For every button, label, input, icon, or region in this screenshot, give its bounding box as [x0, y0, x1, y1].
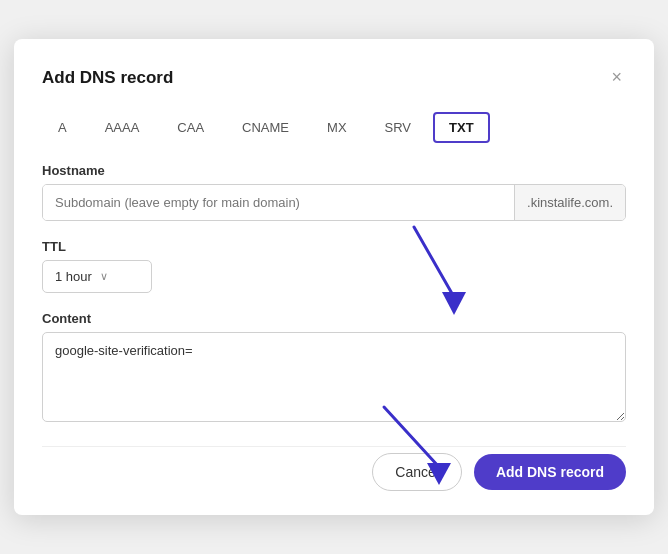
- tab-cname[interactable]: CNAME: [226, 112, 305, 143]
- ttl-section: TTL 1 hour ∨: [42, 239, 626, 293]
- hostname-input[interactable]: [43, 185, 514, 220]
- tab-caa[interactable]: CAA: [161, 112, 220, 143]
- cancel-button[interactable]: Cancel: [372, 453, 462, 491]
- content-section: Content google-site-verification=: [42, 311, 626, 426]
- tab-a[interactable]: A: [42, 112, 83, 143]
- dns-type-tabs: A AAAA CAA CNAME MX SRV TXT: [42, 112, 626, 143]
- tab-aaaa[interactable]: AAAA: [89, 112, 156, 143]
- tab-txt[interactable]: TXT: [433, 112, 490, 143]
- tab-mx[interactable]: MX: [311, 112, 363, 143]
- hostname-suffix: .kinstalife.com.: [514, 185, 625, 220]
- modal-header: Add DNS record ×: [42, 63, 626, 92]
- ttl-label: TTL: [42, 239, 626, 254]
- ttl-select[interactable]: 1 hour ∨: [42, 260, 152, 293]
- chevron-down-icon: ∨: [100, 270, 108, 283]
- hostname-section: Hostname .kinstalife.com.: [42, 163, 626, 221]
- hostname-field-wrapper: .kinstalife.com.: [42, 184, 626, 221]
- modal-footer: Cancel Add DNS record: [42, 446, 626, 491]
- content-textarea[interactable]: google-site-verification=: [42, 332, 626, 422]
- add-dns-record-button[interactable]: Add DNS record: [474, 454, 626, 490]
- ttl-value: 1 hour: [55, 269, 92, 284]
- modal-dialog: Add DNS record × A AAAA CAA CNAME MX SRV…: [14, 39, 654, 515]
- tab-srv[interactable]: SRV: [369, 112, 428, 143]
- content-label: Content: [42, 311, 626, 326]
- close-button[interactable]: ×: [607, 63, 626, 92]
- hostname-label: Hostname: [42, 163, 626, 178]
- modal-title: Add DNS record: [42, 68, 173, 88]
